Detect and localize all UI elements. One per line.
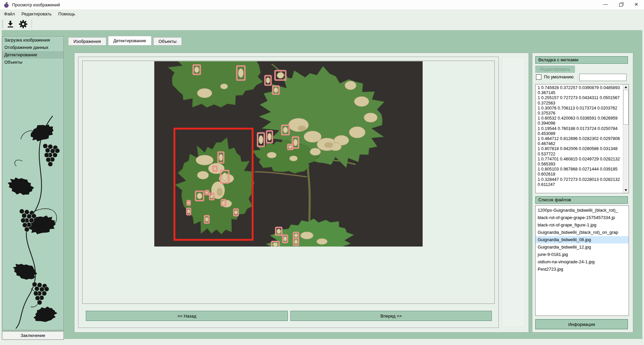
- restore-icon: [619, 3, 623, 7]
- default-checkbox-label: По умолчанию: [544, 74, 574, 79]
- grapevine-decoration: [2, 114, 63, 329]
- annotations-text: 1 0.745928 0.372257 0.0390879 0.0485893 …: [536, 84, 623, 193]
- window-controls: — ×: [598, 0, 644, 9]
- file-list-item[interactable]: 1200px-Guignardia_bidwellii_(black_rot)_: [536, 207, 629, 214]
- sidebar-nav: Загрузка изображенияОтображение данныхДе…: [2, 36, 64, 330]
- scroll-up-button[interactable]: [623, 84, 629, 90]
- minimize-button[interactable]: —: [598, 0, 613, 9]
- file-list-item[interactable]: Pest2723.jpg: [536, 266, 629, 273]
- file-list-item[interactable]: black-rot-of-grape-grape-1575457334.jp: [536, 214, 629, 221]
- file-list-item[interactable]: Guignardia_bidwellii_(black_rot)_on_grap: [536, 229, 629, 236]
- arrow-up-icon: [625, 86, 627, 88]
- annotation-line: 1 0.807818 0.942006 0.0260586 0.031348 0…: [538, 146, 622, 156]
- info-button[interactable]: Информация: [535, 319, 628, 329]
- close-icon: ×: [634, 1, 638, 8]
- leaf-photo: [154, 61, 423, 247]
- tab-objects[interactable]: Объекты: [153, 37, 182, 46]
- labels-panel-title: Вкладка с метками: [535, 56, 628, 64]
- tab-detection[interactable]: Детектирование: [108, 36, 152, 46]
- sidebar-item-display-data[interactable]: Отображение данных: [2, 44, 63, 51]
- label-input[interactable]: [579, 74, 627, 81]
- menu-item-file[interactable]: Файл: [1, 10, 18, 18]
- edit-button[interactable]: Редактировать: [535, 66, 575, 73]
- annotation-line: 1 0.745928 0.372257 0.0390879 0.0485893 …: [538, 85, 622, 95]
- file-list-item[interactable]: Guignardia_bidwellii_08.jpg: [536, 236, 629, 244]
- spacer-panel: [502, 57, 525, 327]
- annotation-line: 1 0.19544 0.760188 0.0173724 0.0250784 0…: [538, 126, 622, 136]
- grapes-icon: [3, 2, 9, 8]
- annotation-line: 1 0.464712 0.812696 0.0282302 0.0297806 …: [538, 136, 622, 146]
- download-icon: [6, 20, 15, 28]
- back-button[interactable]: << Назад: [86, 311, 288, 321]
- forward-button[interactable]: Вперед >>: [290, 311, 492, 321]
- files-panel-title: Список файлов: [535, 196, 628, 204]
- toolbar-separator: [32, 20, 32, 28]
- toolbar: [0, 18, 644, 30]
- tab-images[interactable]: Изображения: [68, 37, 106, 46]
- annotation-line: 1 0.805103 0.967868 0.0271444 0.039185 0…: [538, 167, 622, 177]
- scroll-down-button[interactable]: [623, 188, 629, 193]
- sidebar-item-load-image[interactable]: Загрузка изображения: [2, 37, 63, 44]
- sidebar-item-objects[interactable]: Объекты: [2, 59, 63, 66]
- file-list-item[interactable]: oidium-na-vinograde-24-1.jpg: [536, 258, 629, 266]
- close-button[interactable]: ×: [629, 0, 644, 9]
- tab-strip: ИзображенияДетектированиеОбъекты: [68, 36, 182, 46]
- annotation-line: 1 0.774701 0.460815 0.0249729 0.0282132 …: [538, 157, 622, 167]
- arrow-down-icon: [625, 189, 627, 191]
- sidebar-item-detection[interactable]: Детектирование: [2, 51, 63, 59]
- annotation-line: 1 0.60532 0.420063 0.0336591 0.0626959 0…: [538, 116, 622, 126]
- window-title: Просмотр изображений: [12, 2, 60, 7]
- menu-item-help[interactable]: Помощь: [55, 10, 78, 18]
- annotations-scrollbar[interactable]: [623, 84, 629, 193]
- gear-icon: [19, 20, 28, 28]
- toolbar-gripper[interactable]: [2, 20, 3, 28]
- default-checkbox[interactable]: [536, 74, 541, 80]
- annotation-line: 1 0.328447 0.727273 0.0228013 0.0282132 …: [538, 177, 622, 187]
- conclusion-button[interactable]: Заключение: [2, 331, 64, 340]
- restore-button[interactable]: [613, 0, 629, 9]
- title-bar: Просмотр изображений — ×: [0, 0, 644, 9]
- annotations-listbox[interactable]: 1 0.745928 0.372257 0.0390879 0.0485893 …: [535, 84, 629, 193]
- file-list-item[interactable]: Guignardia_bidwellii_12.jpg: [536, 244, 629, 251]
- file-listbox: 1200px-Guignardia_bidwellii_(black_rot)_…: [535, 205, 629, 316]
- annotation-line: 1 0.30076 0.706113 0.0173724 0.0203762 0…: [538, 106, 622, 116]
- sidebar-items: Загрузка изображенияОтображение данныхДе…: [2, 37, 63, 66]
- download-button[interactable]: [5, 19, 16, 29]
- scrollbar-thumb[interactable]: [623, 90, 629, 125]
- file-list-item[interactable]: black-rot-of-grape_figure-1.jpg: [536, 221, 629, 229]
- menu-item-edit[interactable]: Редактировать: [18, 10, 55, 18]
- annotation-line: 1 0.255157 0.727273 0.0434311 0.0501567 …: [538, 95, 622, 106]
- menu-bar: ФайлРедактироватьПомощь: [0, 9, 644, 18]
- settings-button[interactable]: [17, 19, 29, 29]
- file-list-item[interactable]: june-9-0181.jpg: [536, 251, 629, 258]
